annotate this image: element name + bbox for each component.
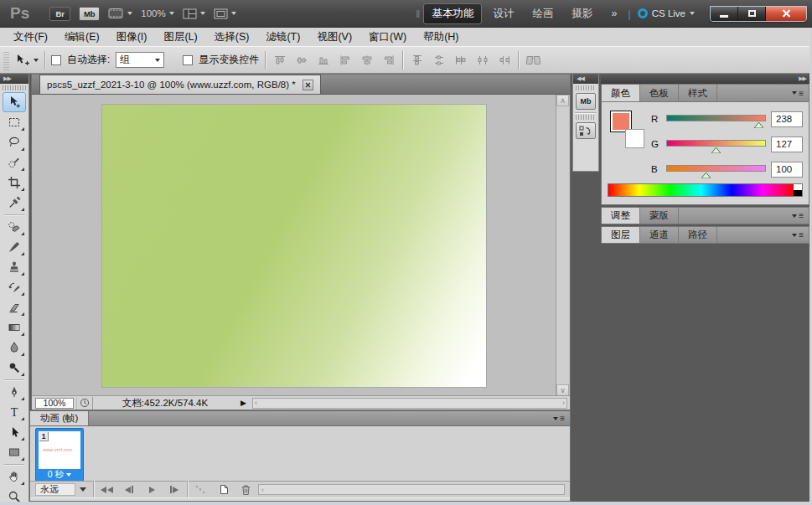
move-tool[interactable]: [3, 92, 26, 112]
gradient-tool[interactable]: [3, 317, 26, 338]
red-value-field[interactable]: 238: [771, 111, 803, 127]
blue-slider[interactable]: [666, 165, 766, 172]
lasso-tool[interactable]: [3, 132, 26, 152]
eyedropper-tool[interactable]: [3, 193, 26, 213]
minimize-button[interactable]: [711, 7, 738, 21]
history-panel-button[interactable]: [576, 122, 596, 139]
animation-frames-tab[interactable]: 动画 (帧): [30, 411, 89, 425]
dock-expand-button[interactable]: ◀◀: [573, 74, 598, 84]
chevron-down-icon[interactable]: [80, 487, 86, 492]
menu-help[interactable]: 帮助(H): [415, 30, 467, 44]
zoom-level-dropdown[interactable]: 100%: [141, 8, 173, 18]
restore-button[interactable]: [738, 7, 766, 21]
close-button[interactable]: [766, 7, 806, 21]
tab-channels[interactable]: 通道: [640, 227, 679, 243]
workspace-painting-button[interactable]: 绘画: [525, 4, 561, 23]
blue-value-field[interactable]: 100: [771, 162, 803, 178]
history-brush-tool[interactable]: [3, 277, 26, 297]
delete-frame-button[interactable]: [235, 483, 256, 497]
adjustments-panel-menu-button[interactable]: ≡: [792, 211, 804, 220]
align-right-edges-button[interactable]: [380, 53, 396, 67]
green-value-field[interactable]: 127: [771, 137, 803, 152]
distribute-top-edges-button[interactable]: [409, 53, 425, 67]
spectrum-ramp[interactable]: [608, 184, 794, 196]
auto-align-layers-button[interactable]: [525, 53, 540, 67]
cs-live-dropdown[interactable]: CS Live: [638, 8, 695, 18]
mini-bridge-panel-button[interactable]: Mb: [576, 93, 596, 110]
horizontal-scrollbar[interactable]: ‹ ›: [252, 398, 567, 409]
tab-styles[interactable]: 样式: [679, 85, 717, 101]
tab-color[interactable]: 颜色: [602, 85, 640, 101]
red-slider[interactable]: [666, 115, 766, 121]
status-timing-button[interactable]: [76, 397, 93, 410]
scroll-up-arrow[interactable]: ∧: [556, 95, 569, 106]
green-slider[interactable]: [666, 140, 766, 147]
launch-bridge-button[interactable]: Br: [49, 7, 70, 21]
dodge-tool[interactable]: [3, 358, 26, 378]
tween-button[interactable]: [190, 483, 210, 497]
scroll-down-arrow[interactable]: ∨: [556, 384, 569, 396]
distribute-horizontal-centers-button[interactable]: [474, 53, 490, 67]
type-tool[interactable]: T: [3, 402, 26, 422]
workspace-design-button[interactable]: 设计: [485, 4, 521, 23]
blur-tool[interactable]: [3, 338, 26, 358]
workspace-overflow-button[interactable]: »: [603, 5, 624, 22]
new-frame-button[interactable]: [213, 483, 233, 497]
view-extras-dropdown[interactable]: [108, 8, 132, 19]
distribute-right-edges-button[interactable]: [496, 53, 512, 67]
color-slider-marker-b[interactable]: [701, 173, 711, 178]
menu-window[interactable]: 窗口(W): [360, 30, 415, 44]
auto-select-target-select[interactable]: 组: [116, 52, 164, 68]
tab-adjustments[interactable]: 调整: [602, 208, 640, 224]
menu-layer[interactable]: 图层(L): [155, 30, 205, 44]
tab-paths[interactable]: 路径: [679, 227, 717, 243]
launch-mini-bridge-button[interactable]: Mb: [79, 7, 100, 21]
menu-edit[interactable]: 编辑(E): [56, 30, 108, 44]
tab-swatches[interactable]: 色板: [640, 85, 679, 101]
rectangular-marquee-tool[interactable]: [3, 112, 26, 132]
dock-collapse-button[interactable]: ▶▶: [601, 74, 809, 84]
menu-select[interactable]: 选择(S): [206, 30, 258, 44]
screen-mode-dropdown[interactable]: [214, 8, 236, 19]
next-frame-button[interactable]: [164, 483, 184, 497]
clone-stamp-tool[interactable]: [3, 257, 26, 277]
pen-tool[interactable]: [3, 382, 26, 402]
toolbox-gripper[interactable]: [3, 85, 26, 90]
hand-tool[interactable]: [3, 466, 26, 487]
toolbox-collapse-button[interactable]: ▶▶: [0, 74, 28, 84]
color-panel-menu-button[interactable]: ≡: [792, 89, 804, 98]
animation-panel-menu-button[interactable]: ≡: [553, 414, 565, 423]
vertical-scrollbar[interactable]: ∧ ∨: [556, 95, 569, 396]
quick-selection-tool[interactable]: [3, 152, 26, 173]
spot-healing-brush-tool[interactable]: [3, 217, 26, 237]
rectangle-shape-tool[interactable]: [3, 442, 26, 462]
color-spectrum-bar[interactable]: [608, 183, 803, 197]
dock-gripper[interactable]: [576, 85, 596, 90]
previous-frame-button[interactable]: [119, 483, 139, 497]
brush-tool[interactable]: [3, 237, 26, 257]
distribute-vertical-centers-button[interactable]: [431, 53, 447, 67]
menu-view[interactable]: 视图(V): [308, 30, 360, 44]
document-tab-close-button[interactable]: [303, 80, 313, 90]
scroll-right-arrow[interactable]: ›: [562, 399, 565, 407]
canvas-image[interactable]: [101, 104, 487, 388]
options-gripper[interactable]: [3, 50, 9, 70]
align-horizontal-centers-button[interactable]: [359, 53, 375, 67]
path-selection-tool[interactable]: [3, 422, 26, 442]
arrange-documents-dropdown[interactable]: [183, 8, 205, 19]
white-swatch[interactable]: [794, 184, 802, 190]
menu-file[interactable]: 文件(F): [5, 30, 56, 44]
align-top-edges-button[interactable]: [272, 53, 287, 67]
auto-select-checkbox[interactable]: [51, 55, 61, 65]
panel-resize-edge[interactable]: [30, 497, 570, 501]
menu-image[interactable]: 图像(I): [108, 30, 156, 44]
black-swatch[interactable]: [794, 190, 802, 196]
scroll-left-arrow[interactable]: ‹: [255, 399, 257, 407]
status-popup-arrow[interactable]: ▶: [237, 399, 250, 407]
scroll-left-arrow[interactable]: ‹: [261, 486, 264, 494]
status-zoom-field[interactable]: 100%: [35, 398, 74, 409]
dock-gripper[interactable]: [576, 115, 596, 120]
document-tab[interactable]: pscs5_uzzf_2021-3-10 @ 100% (www.uzzf.co…: [39, 75, 321, 94]
align-bottom-edges-button[interactable]: [315, 53, 331, 67]
play-button[interactable]: [142, 483, 162, 497]
